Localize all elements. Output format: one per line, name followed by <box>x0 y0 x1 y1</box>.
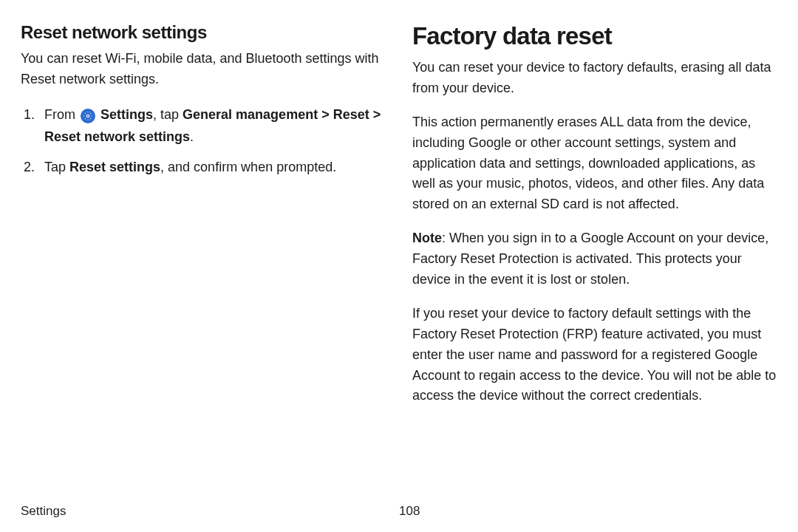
page-footer: Settings 108 <box>21 499 777 519</box>
content-columns: Reset network settings You can reset Wi-… <box>21 22 777 499</box>
svg-point-0 <box>86 115 89 117</box>
left-column: Reset network settings You can reset Wi-… <box>21 22 386 499</box>
reset-network-steps: From Settings, tap General management > … <box>21 103 386 179</box>
step1-prefix: From <box>44 107 79 122</box>
step1-suffix: . <box>190 129 194 144</box>
note-body: : When you sign in to a Google Account o… <box>412 231 768 287</box>
factory-reset-note: Note: When you sign in to a Google Accou… <box>412 228 777 290</box>
factory-reset-p3: If you reset your device to factory defa… <box>412 304 777 406</box>
step1-mid: , tap <box>153 107 183 122</box>
settings-gear-icon <box>81 109 95 123</box>
footer-page-number: 108 <box>399 504 777 519</box>
step-1: From Settings, tap General management > … <box>21 103 386 149</box>
factory-reset-p1: You can reset your device to factory def… <box>412 58 777 99</box>
note-label: Note <box>412 231 442 245</box>
step1-settings-label: Settings <box>100 107 153 122</box>
step2-bold: Reset settings <box>69 160 160 174</box>
factory-reset-p2: This action permanently erases ALL data … <box>412 112 777 215</box>
factory-reset-heading: Factory data reset <box>412 22 777 50</box>
step2-suffix: , and confirm when prompted. <box>160 160 336 174</box>
reset-network-intro: You can reset Wi-Fi, mobile data, and Bl… <box>21 49 386 90</box>
step-2: Tap Reset settings, and confirm when pro… <box>21 156 386 179</box>
step2-prefix: Tap <box>44 160 69 174</box>
right-column: Factory data reset You can reset your de… <box>412 22 777 499</box>
footer-section-label: Settings <box>21 504 399 519</box>
reset-network-heading: Reset network settings <box>21 22 386 43</box>
